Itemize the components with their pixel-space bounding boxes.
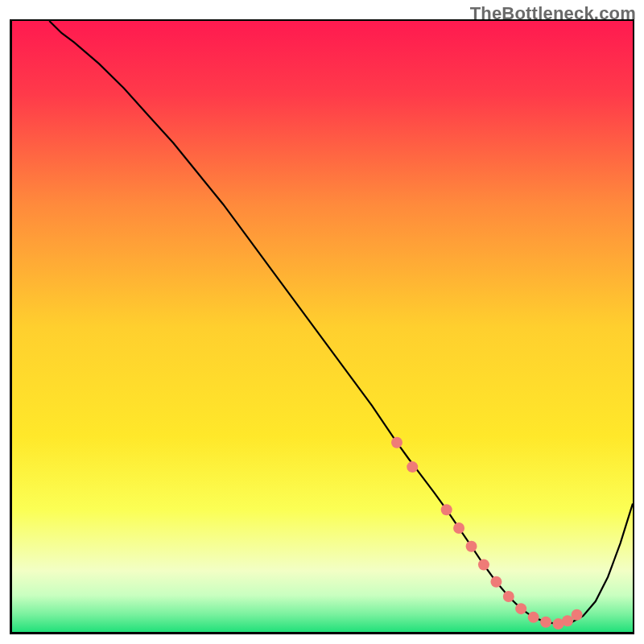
marker-dot	[515, 603, 526, 614]
marker-dot	[407, 461, 418, 473]
marker-dot	[453, 522, 464, 534]
marker-dot	[441, 504, 452, 515]
marker-dot	[466, 541, 477, 552]
marker-dot	[562, 615, 573, 626]
gradient-background	[12, 21, 633, 632]
marker-dot	[490, 576, 502, 588]
chart-container: TheBottleneck.com	[0, 0, 644, 644]
attribution-label: TheBottleneck.com	[470, 3, 636, 24]
plot-frame	[10, 19, 634, 634]
marker-dot	[391, 437, 402, 448]
marker-dot	[478, 559, 489, 571]
marker-dot	[540, 617, 551, 628]
marker-dot	[572, 609, 583, 621]
marker-dot	[528, 612, 539, 623]
plot-svg	[12, 21, 633, 632]
marker-dot	[503, 591, 514, 602]
